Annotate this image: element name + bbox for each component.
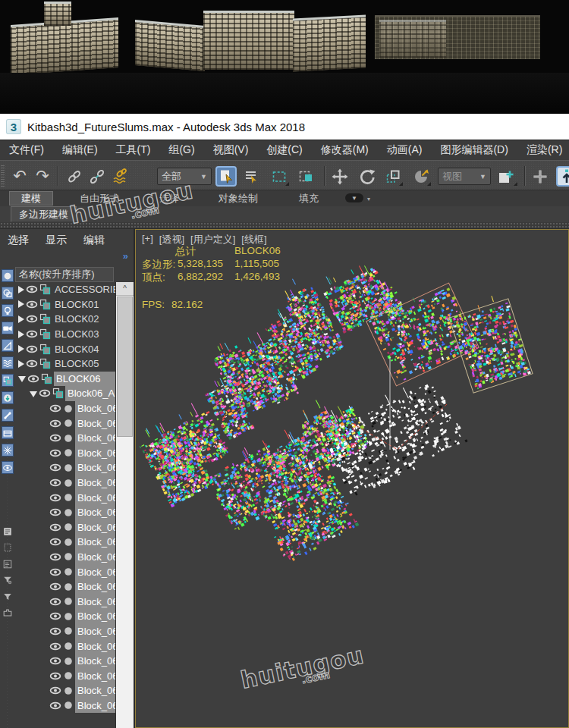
rail-shapes-icon[interactable]: [2, 287, 14, 300]
menu-item-1[interactable]: 编辑(E): [53, 143, 107, 157]
visibility-eye-icon[interactable]: [49, 567, 61, 577]
tree-row-block_06-23[interactable]: Block_06: [15, 624, 115, 639]
ribbon-tab-1[interactable]: 自由形式: [74, 191, 124, 206]
rail-geometry-icon[interactable]: [2, 269, 14, 282]
rail-filter-settings-icon[interactable]: [2, 574, 14, 587]
redo-icon[interactable]: ↷: [32, 166, 53, 187]
node-label[interactable]: Block_06: [75, 624, 115, 639]
visibility-eye-icon[interactable]: [26, 314, 38, 324]
visibility-eye-icon[interactable]: [49, 611, 61, 621]
tree-row-block06_a-7[interactable]: Block06_A: [15, 386, 115, 401]
tree-row-block_06-8[interactable]: Block_06: [15, 401, 115, 416]
tree-row-accessorie-0[interactable]: ACCESSORIE: [15, 282, 115, 297]
node-label[interactable]: Block_06: [75, 564, 115, 579]
rail-filter-icon[interactable]: [2, 590, 14, 603]
visibility-eye-icon[interactable]: [49, 433, 61, 443]
window-crossing-icon[interactable]: [296, 166, 317, 187]
viewport-menu-plus[interactable]: [+]: [142, 233, 153, 246]
scrollbar-up-icon[interactable]: ^: [116, 282, 134, 296]
menu-item-0[interactable]: 文件(F): [0, 143, 53, 157]
menu-item-5[interactable]: 创建(C): [257, 143, 311, 157]
tree-row-block_06-27[interactable]: Block_06: [15, 683, 115, 698]
link-icon[interactable]: [64, 166, 85, 187]
node-label[interactable]: Block_06: [75, 475, 115, 491]
visibility-eye-icon[interactable]: [26, 284, 38, 294]
menu-item-4[interactable]: 视图(V): [204, 143, 258, 157]
tab-polygon-modeling[interactable]: 多边形建模: [11, 206, 77, 222]
select-and-rotate-icon[interactable]: [357, 166, 378, 187]
rail-outline-view-icon[interactable]: [2, 557, 14, 570]
rail-container-icon[interactable]: [2, 607, 14, 620]
node-label[interactable]: BLOCK01: [52, 297, 115, 312]
select-object-icon[interactable]: [215, 166, 237, 187]
visibility-eye-icon[interactable]: [49, 507, 61, 517]
node-label[interactable]: BLOCK03: [52, 327, 115, 342]
tree-row-block_06-20[interactable]: Block_06: [15, 579, 115, 595]
menu-item-6[interactable]: 修改器(M): [312, 143, 378, 157]
undo-icon[interactable]: ↶: [9, 166, 30, 187]
tree-row-block_06-11[interactable]: Block_06: [15, 446, 115, 461]
expand-arrow-icon[interactable]: [18, 360, 24, 368]
node-label[interactable]: Block_06: [75, 431, 115, 446]
tree-row-block04-4[interactable]: BLOCK04: [15, 341, 115, 356]
visibility-eye-icon[interactable]: [39, 388, 51, 398]
node-label[interactable]: Block_06: [75, 654, 115, 669]
visibility-eye-icon[interactable]: [49, 493, 61, 503]
visibility-eye-icon[interactable]: [49, 671, 61, 681]
node-label[interactable]: Block_06: [75, 550, 115, 565]
node-label[interactable]: Block06_A: [65, 386, 115, 401]
tree-scrollbar[interactable]: ^: [115, 282, 134, 728]
rail-cameras-icon[interactable]: [2, 322, 14, 334]
expand-arrow-icon[interactable]: [18, 300, 24, 308]
node-label[interactable]: Block_06: [75, 668, 115, 683]
rail-frozen-icon[interactable]: [2, 444, 14, 457]
menu-item-9[interactable]: 渲染(R): [517, 143, 569, 157]
tree-row-block_06-13[interactable]: Block_06: [15, 475, 115, 491]
ribbon-tab-0[interactable]: 建模: [9, 191, 53, 206]
tree-row-block_06-22[interactable]: Block_06: [15, 609, 115, 624]
node-label[interactable]: Block_06: [75, 460, 115, 475]
ribbon-tab-4[interactable]: 填充: [294, 191, 323, 206]
node-label[interactable]: BLOCK06: [54, 372, 115, 387]
visibility-eye-icon[interactable]: [49, 686, 61, 695]
rail-xrefs-icon[interactable]: [2, 391, 14, 404]
tree-row-block_06-24[interactable]: Block_06: [15, 639, 115, 654]
visibility-eye-icon[interactable]: [49, 403, 61, 413]
tree-row-block02-2[interactable]: BLOCK02: [15, 312, 115, 327]
rail-lights-icon[interactable]: [2, 304, 14, 317]
tree-row-block_06-15[interactable]: Block_06: [15, 505, 115, 520]
tree-row-block_06-9[interactable]: Block_06: [15, 416, 115, 431]
visibility-eye-icon[interactable]: [26, 300, 38, 309]
visibility-eye-icon[interactable]: [49, 522, 61, 532]
ribbon-minimize-dropdown-icon[interactable]: ▼: [345, 193, 363, 202]
tree-row-block_06-28[interactable]: Block_06: [15, 698, 115, 714]
collapse-arrow-icon[interactable]: [30, 391, 37, 397]
visibility-eye-icon[interactable]: [49, 537, 61, 547]
snaps-toggle-icon[interactable]: [556, 166, 569, 187]
node-label[interactable]: Block_06: [75, 505, 115, 520]
explorer-menu-2[interactable]: 编辑: [83, 234, 105, 247]
node-label[interactable]: Block_06: [75, 609, 115, 624]
tree-row-block01-1[interactable]: BLOCK01: [15, 297, 115, 312]
visibility-eye-icon[interactable]: [49, 701, 61, 711]
menu-item-8[interactable]: 图形编辑器(D): [431, 143, 517, 157]
tree-row-block_06-25[interactable]: Block_06: [15, 654, 115, 669]
node-label[interactable]: BLOCK05: [52, 356, 115, 372]
rail-groups-icon[interactable]: [2, 374, 14, 387]
tree-row-block_06-16[interactable]: Block_06: [15, 520, 115, 535]
tree-row-block_06-21[interactable]: Block_06: [15, 594, 115, 609]
menu-item-7[interactable]: 动画(A): [378, 143, 432, 157]
collapse-arrow-icon[interactable]: [18, 376, 26, 382]
tree-row-block_06-26[interactable]: Block_06: [15, 668, 115, 683]
node-label[interactable]: Block_06: [75, 520, 115, 535]
wireframe-building[interactable]: [136, 413, 215, 508]
node-label[interactable]: Block_06: [75, 698, 115, 714]
selection-filter-dropdown[interactable]: 全部▼: [157, 168, 212, 185]
visibility-eye-icon[interactable]: [49, 448, 61, 458]
node-label[interactable]: Block_06: [75, 416, 115, 431]
viewport-menu-user[interactable]: [用户定义]: [190, 233, 235, 246]
rail-bones-icon[interactable]: [2, 409, 14, 422]
visibility-eye-icon[interactable]: [49, 597, 61, 607]
ribbon-tab-2[interactable]: 选择: [155, 191, 184, 206]
menu-item-3[interactable]: 组(G): [159, 143, 203, 157]
